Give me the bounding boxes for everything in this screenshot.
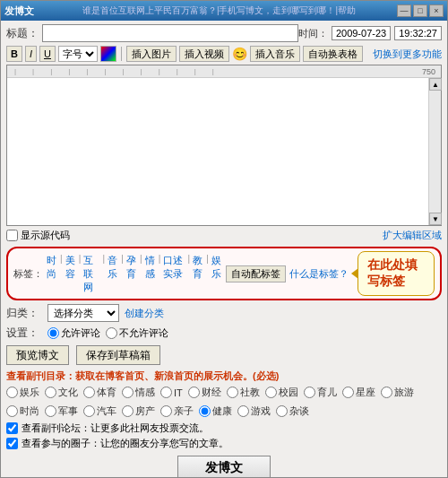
join-label: 查看参与的圈子：让您的圈友分享您写的文章。 xyxy=(22,437,228,450)
what-tags-link[interactable]: 什么是标签？ xyxy=(289,267,349,281)
sync-cat-shishang: 时尚 xyxy=(6,404,39,418)
sync-cat-lvyou: 旅游 xyxy=(381,386,414,399)
ruler-mark: | xyxy=(212,67,214,75)
nav-links[interactable]: 谁是首位互联网上平民百万富翁？|手机写博文，走到哪写到哪！|帮助 xyxy=(41,4,397,17)
forum-checkbox-row: 查看副刊论坛：让更多此社网友投票交流。 xyxy=(6,422,442,435)
join-checkbox-row: 查看参与的圈子：让您的圈友分享您写的文章。 xyxy=(6,437,442,450)
sync-cat-zatan: 杂谈 xyxy=(276,404,309,418)
editor-body[interactable] xyxy=(7,78,441,225)
minimize-button[interactable]: — xyxy=(397,4,411,17)
sync-radio-jiankang[interactable] xyxy=(199,405,211,417)
category-select[interactable]: 选择分类 xyxy=(47,304,119,322)
tag-shishang[interactable]: 时尚 xyxy=(47,254,57,294)
submit-button[interactable]: 发博文 xyxy=(177,456,271,477)
sync-radio-wenhua[interactable] xyxy=(45,387,56,398)
more-functions-link[interactable]: 切换到更多功能 xyxy=(373,48,442,61)
sync-cat-youxi: 游戏 xyxy=(237,404,271,418)
forum-checkbox[interactable] xyxy=(6,422,18,434)
tags-list: 时尚 | 美容 | 互联网 | 音乐 | 孕育 | 情感 | 口述实录 | 教育… xyxy=(47,254,222,294)
tag-entertainment[interactable]: 娱乐 xyxy=(211,254,222,294)
scroll-down-arrow[interactable]: ▼ xyxy=(429,213,442,225)
sync-radio-shishang[interactable] xyxy=(6,405,18,417)
create-category-link[interactable]: 创建分类 xyxy=(125,307,164,320)
ruler-mark: | xyxy=(50,67,52,75)
sync-radio-lvyou[interactable] xyxy=(381,387,392,398)
sync-radio-yuer[interactable] xyxy=(304,387,315,398)
tag-emotion[interactable]: 情感 xyxy=(145,254,156,294)
expand-editor-link[interactable]: 扩大编辑区域 xyxy=(383,229,442,242)
date-value: 2009-07-23 xyxy=(332,26,391,40)
sync-cat-junshi: 军事 xyxy=(45,404,78,418)
source-code-checkbox[interactable] xyxy=(6,230,18,241)
join-checkbox[interactable] xyxy=(6,438,18,449)
ruler-mark: | xyxy=(68,67,70,75)
sync-radio-zatan[interactable] xyxy=(276,405,288,417)
sync-radio-yule[interactable] xyxy=(6,387,18,398)
editor-area[interactable]: | | | | | | | | | | | | 750 ▲ xyxy=(6,65,442,226)
tag-parenting[interactable]: 孕育 xyxy=(126,254,137,294)
source-code-check: 显示源代码 xyxy=(6,229,70,242)
insert-video-button[interactable]: 插入视频 xyxy=(179,46,229,62)
tag-education[interactable]: 教育 xyxy=(193,254,203,294)
font-size-select[interactable]: 字号 初号 小初 一号 小一 二号 小二 三号 四号 五号 xyxy=(58,46,98,62)
main-window: 发博文 谁是首位互联网上平民百万富翁？|手机写博文，走到哪写到哪！|帮助 — □… xyxy=(0,0,448,478)
settings-label: 设置： xyxy=(6,326,39,341)
sync-radio-xiaoyuan[interactable] xyxy=(265,387,277,398)
sync-title: 查看副刊目录：获取在博客首页、新浪首页的展示机会。(必选) xyxy=(6,369,442,383)
time-label: 时间： xyxy=(298,27,328,40)
tag-hint-balloon: 在此处填写标签 xyxy=(358,251,435,296)
preview-button[interactable]: 预览博文 xyxy=(6,345,69,365)
tag-music[interactable]: 音乐 xyxy=(108,254,118,294)
color-picker-button[interactable] xyxy=(100,46,116,62)
auto-tags-button[interactable]: 自动配标签 xyxy=(226,265,286,282)
tag-sep: | xyxy=(79,254,82,294)
emoji-button[interactable]: 😊 xyxy=(232,46,247,62)
bottom-editor-row: 显示源代码 扩大编辑区域 xyxy=(6,229,442,242)
underline-button[interactable]: U xyxy=(39,46,56,62)
title-time-row: 标题： 时间： 2009-07-23 19:32:27 xyxy=(6,24,442,42)
title-bar: 发博文 谁是首位互联网上平民百万富翁？|手机写博文，走到哪写到哪！|帮助 — □… xyxy=(1,1,447,21)
title-input[interactable] xyxy=(42,24,298,42)
allow-comment-radio[interactable] xyxy=(47,327,59,339)
sync-radio-xingzuo[interactable] xyxy=(342,387,354,398)
settings-row: 设置： 允许评论 不允许评论 xyxy=(6,326,442,341)
tag-internet[interactable]: 互联网 xyxy=(83,254,99,294)
save-draft-button[interactable]: 保存到草稿箱 xyxy=(76,345,160,365)
sync-radio-qiche[interactable] xyxy=(83,405,95,417)
italic-button[interactable]: I xyxy=(25,46,37,62)
sync-radio-shejiao[interactable] xyxy=(227,387,238,398)
insert-music-button[interactable]: 插入音乐 xyxy=(250,46,300,62)
sync-radio-youxi[interactable] xyxy=(237,405,249,417)
scroll-track[interactable] xyxy=(429,91,441,213)
sync-radio-caijing[interactable] xyxy=(188,387,200,398)
tag-narration[interactable]: 口述实录 xyxy=(163,254,185,294)
insert-image-button[interactable]: 插入图片 xyxy=(126,46,177,62)
category-label: 归类： xyxy=(6,306,39,321)
tag-sep: | xyxy=(121,254,124,294)
ruler-marks: | | | | | | | | | | | | xyxy=(14,67,214,75)
sync-radio-qinzi[interactable] xyxy=(160,405,172,417)
tag-sep: | xyxy=(140,254,142,294)
close-button[interactable]: × xyxy=(429,4,444,17)
tag-meirong[interactable]: 美容 xyxy=(65,254,76,294)
sync-radio-qinggan[interactable] xyxy=(122,387,134,398)
title-label: 标题： xyxy=(6,26,39,41)
auto-table-button[interactable]: 自动换表格 xyxy=(303,46,363,62)
sync-cat-xiaoyuan: 校园 xyxy=(265,386,298,399)
maximize-button[interactable]: □ xyxy=(413,4,427,17)
sync-radio-it[interactable] xyxy=(160,387,172,398)
sync-radio-fangchan[interactable] xyxy=(122,405,134,417)
disallow-comment-radio[interactable] xyxy=(106,327,117,339)
sync-radio-junshi[interactable] xyxy=(45,405,56,417)
scroll-up-arrow[interactable]: ▲ xyxy=(429,78,442,91)
sync-radio-tiyu[interactable] xyxy=(83,387,95,398)
editor-scrollbar[interactable]: ▲ ▼ xyxy=(428,78,441,225)
disallow-comment-text: 不允许评论 xyxy=(119,326,168,340)
ruler-mark: | xyxy=(32,67,34,75)
disallow-comment-label: 不允许评论 xyxy=(106,326,168,340)
toolbar-separator xyxy=(121,47,122,61)
tags-row: 标签： 时尚 | 美容 | 互联网 | 音乐 | 孕育 | 情感 | 口述实录 … xyxy=(6,247,442,300)
bold-button[interactable]: B xyxy=(6,46,22,62)
action-buttons-row: 预览博文 保存到草稿箱 xyxy=(6,345,442,365)
sync-section: 查看副刊目录：获取在博客首页、新浪首页的展示机会。(必选) 娱乐 文化 体育 xyxy=(6,369,442,418)
